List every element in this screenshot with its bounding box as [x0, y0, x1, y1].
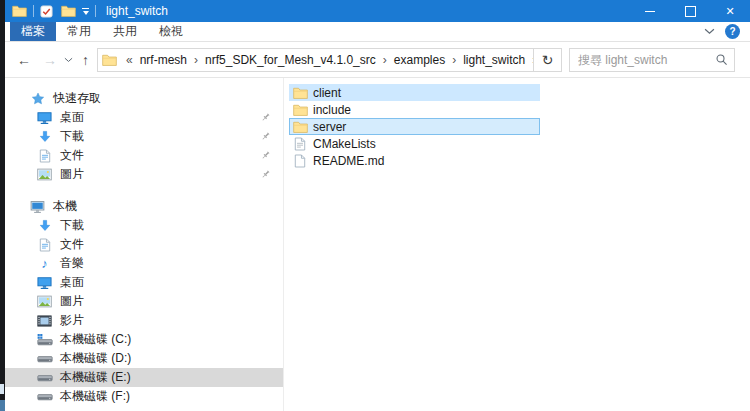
- back-button[interactable]: ←: [17, 53, 31, 67]
- breadcrumb-overflow[interactable]: «: [121, 53, 138, 67]
- qat-new-folder-button[interactable]: [61, 5, 76, 17]
- sidebar-item-label: 音樂: [60, 255, 84, 272]
- sidebar-item-drive-d[interactable]: 本機磁碟 (D:): [5, 349, 283, 368]
- minimize-button[interactable]: [630, 0, 670, 22]
- sidebar-item-label: 下載: [60, 217, 84, 234]
- background-window-glyph: [0, 384, 4, 394]
- address-bar[interactable]: « nrf-mesh › nrf5_SDK_for_Mesh_v4.1.0_sr…: [97, 48, 534, 72]
- titlebar-separator: [33, 5, 34, 17]
- help-icon[interactable]: ?: [725, 24, 740, 39]
- quick-access-section: 快速存取 桌面 下載 文件 圖片: [5, 89, 283, 184]
- search-icon: [715, 53, 728, 66]
- document-icon: [36, 238, 53, 252]
- address-folder-icon: [102, 54, 117, 66]
- window-controls: ✕: [630, 0, 750, 22]
- breadcrumb-separator[interactable]: ›: [527, 53, 534, 67]
- file-row-cmakelists[interactable]: CMakeLists: [289, 135, 540, 152]
- search-box[interactable]: [569, 48, 735, 72]
- sidebar-item-label: 圖片: [60, 293, 84, 310]
- sidebar-item-label: 本機磁碟 (F:): [60, 388, 130, 405]
- sidebar-item-drive-c[interactable]: 本機磁碟 (C:): [5, 330, 283, 349]
- pin-icon[interactable]: [260, 150, 271, 161]
- tab-home[interactable]: 常用: [56, 22, 102, 41]
- breadcrumb-separator[interactable]: ›: [447, 53, 461, 67]
- maximize-button[interactable]: [670, 0, 710, 22]
- file-name: CMakeLists: [313, 137, 376, 151]
- sidebar-item-pictures[interactable]: 圖片: [5, 292, 283, 311]
- folder-icon: [292, 121, 308, 133]
- sidebar-item-label: 圖片: [60, 166, 84, 183]
- titlebar: light_switch ✕: [5, 0, 750, 22]
- sidebar-item-label: 下載: [60, 128, 84, 145]
- file-row-include[interactable]: include: [289, 101, 540, 118]
- sidebar-item-downloads[interactable]: 下載: [5, 127, 283, 146]
- sidebar-item-desktop[interactable]: 桌面: [5, 273, 283, 292]
- search-input[interactable]: [576, 52, 715, 68]
- qat-properties-button[interactable]: [40, 5, 53, 18]
- sidebar-item-label: 文件: [60, 236, 84, 253]
- file-icon: [292, 154, 308, 168]
- file-name: include: [313, 103, 351, 117]
- tab-view[interactable]: 檢視: [148, 22, 194, 41]
- close-button[interactable]: ✕: [710, 0, 750, 22]
- sidebar-item-label: 本機磁碟 (C:): [60, 331, 131, 348]
- file-row-client[interactable]: client: [289, 84, 540, 101]
- up-button[interactable]: ↑: [82, 53, 89, 67]
- computer-icon: [29, 200, 46, 214]
- file-list: client include server CMakeLists README.…: [284, 78, 750, 411]
- pin-icon[interactable]: [260, 169, 271, 180]
- sidebar-item-quick-access[interactable]: 快速存取: [5, 89, 283, 108]
- ribbon-expand-chevron-icon[interactable]: [704, 28, 715, 35]
- sidebar-item-label: 本機磁碟 (E:): [60, 369, 131, 386]
- sidebar-item-videos[interactable]: 影片: [5, 311, 283, 330]
- pictures-icon: [36, 295, 53, 308]
- tab-file[interactable]: 檔案: [10, 22, 56, 41]
- download-icon: [36, 130, 53, 144]
- sidebar-item-this-pc[interactable]: 本機: [5, 197, 283, 216]
- sidebar-item-drive-f[interactable]: 本機磁碟 (F:): [5, 387, 283, 406]
- sidebar-item-documents[interactable]: 文件: [5, 235, 283, 254]
- window-title: light_switch: [106, 4, 168, 18]
- drive-icon: [36, 354, 53, 364]
- drive-icon: [36, 392, 53, 402]
- sidebar-item-pictures[interactable]: 圖片: [5, 165, 283, 184]
- this-pc-section: 本機 下載 文件 ♪ 音樂 桌面 圖片: [5, 197, 283, 406]
- refresh-button[interactable]: ↻: [534, 48, 562, 72]
- sidebar-item-desktop[interactable]: 桌面: [5, 108, 283, 127]
- desktop-icon: [36, 111, 53, 125]
- breadcrumb-separator[interactable]: ›: [189, 53, 203, 67]
- pictures-icon: [36, 168, 53, 181]
- titlebar-separator: [95, 5, 96, 17]
- document-icon: [36, 149, 53, 163]
- pin-icon[interactable]: [260, 131, 271, 142]
- sidebar-item-drive-e[interactable]: 本機磁碟 (E:): [5, 368, 283, 387]
- navigation-pane: 快速存取 桌面 下載 文件 圖片: [5, 78, 284, 411]
- folder-icon: [292, 87, 308, 99]
- file-row-readme[interactable]: README.md: [289, 152, 540, 169]
- desktop-icon: [36, 276, 53, 290]
- sidebar-item-label: 本機: [53, 198, 77, 215]
- tab-share[interactable]: 共用: [102, 22, 148, 41]
- ribbon-tab-bar: 檔案 常用 共用 檢視 ?: [5, 22, 750, 42]
- breadcrumb-item[interactable]: examples: [392, 53, 447, 67]
- file-row-server[interactable]: server: [289, 118, 540, 135]
- pin-icon[interactable]: [260, 112, 271, 123]
- sidebar-item-label: 桌面: [60, 109, 84, 126]
- sidebar-item-label: 影片: [60, 312, 84, 329]
- sidebar-item-label: 桌面: [60, 274, 84, 291]
- sidebar-item-label: 本機磁碟 (D:): [60, 350, 131, 367]
- download-icon: [36, 219, 53, 233]
- file-name: README.md: [313, 154, 384, 168]
- breadcrumb-item[interactable]: light_switch: [461, 53, 527, 67]
- file-name: server: [313, 120, 346, 134]
- sidebar-item-music[interactable]: ♪ 音樂: [5, 254, 283, 273]
- background-window-footer: [0, 400, 5, 411]
- qat-customize-dropdown[interactable]: [82, 8, 89, 15]
- recent-locations-chevron-icon[interactable]: [64, 57, 73, 63]
- sidebar-item-documents[interactable]: 文件: [5, 146, 283, 165]
- breadcrumb-item[interactable]: nrf5_SDK_for_Mesh_v4.1.0_src: [203, 53, 378, 67]
- sidebar-item-downloads[interactable]: 下載: [5, 216, 283, 235]
- breadcrumb-separator[interactable]: ›: [378, 53, 392, 67]
- breadcrumb-item[interactable]: nrf-mesh: [138, 53, 189, 67]
- forward-button[interactable]: →: [43, 53, 57, 67]
